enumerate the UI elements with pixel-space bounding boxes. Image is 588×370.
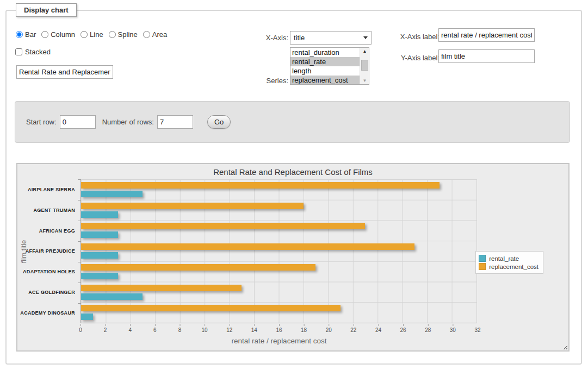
category-axis-labels: AIRPLANE SIERRAAGENT TRUMANAFRICAN EGGAF…: [18, 179, 78, 323]
x-axis-label-input[interactable]: [438, 28, 535, 42]
x-tick-label: 28: [425, 327, 431, 333]
x-tick-label: 8: [178, 327, 182, 333]
bar-replacement_cost: [81, 264, 315, 271]
bar-replacement_cost: [81, 223, 365, 229]
x-tick-label: 14: [251, 327, 257, 333]
bar-replacement_cost: [81, 182, 440, 189]
stacked-checkbox-row[interactable]: Stacked: [15, 48, 51, 56]
chart-type-radio-column[interactable]: [41, 31, 48, 38]
x-tick-label: 16: [276, 327, 282, 333]
series-list-label: Series:: [235, 77, 288, 85]
x-tick-label: 12: [226, 327, 232, 333]
bar-rental_rate: [81, 273, 118, 279]
bar-rental_rate: [81, 211, 118, 218]
chart-row-airplane-sierra: [81, 179, 476, 200]
chart-row-agent-truman: [81, 200, 476, 221]
x-tick-label: 32: [474, 327, 480, 333]
bar-replacement_cost: [81, 243, 414, 250]
x-tick-label: 20: [326, 327, 332, 333]
chart-type-option-line[interactable]: Line: [81, 30, 103, 39]
series-multiselect[interactable]: rental_durationrental_ratelengthreplacem…: [290, 47, 369, 85]
x-axis-tick-labels: 02468101214161820222426283032: [81, 327, 478, 334]
legend-swatch-rental_rate: [479, 255, 486, 262]
x-axis-ticks: [81, 324, 478, 326]
plot-area: [81, 179, 477, 323]
bar-rental_rate: [81, 313, 93, 320]
scroll-down-icon[interactable]: [361, 77, 369, 84]
legend-swatch-replacement_cost: [479, 263, 486, 270]
chart-type-label: Column: [51, 30, 75, 39]
y-axis-label-label: Y-Axis label:: [357, 54, 440, 62]
y-axis-label-input[interactable]: [438, 49, 535, 63]
chart-type-option-column[interactable]: Column: [41, 30, 75, 39]
chart-legend: rental_ratereplacement_cost: [475, 251, 543, 274]
bar-rental_rate: [81, 252, 118, 259]
panel-title: Display chart: [16, 3, 77, 17]
chart-row-adaptation-holes: [81, 261, 476, 282]
chart-type-radio-bar[interactable]: [16, 31, 23, 38]
series-option-rental_rate[interactable]: rental_rate: [290, 57, 360, 66]
num-rows-input[interactable]: [157, 115, 193, 129]
x-axis-title: rental rate / replacement cost: [81, 337, 478, 345]
bar-rental_rate: [81, 191, 143, 197]
chart-type-option-spline[interactable]: Spline: [109, 30, 138, 39]
chart-type-option-area[interactable]: Area: [143, 30, 167, 39]
x-axis-label-label: X-Axis label:: [357, 33, 440, 41]
stacked-label: Stacked: [25, 48, 51, 56]
chart-type-radio-group: BarColumnLineSplineArea: [16, 30, 172, 39]
num-rows-label: Number of rows:: [102, 118, 154, 126]
chart-type-radio-line[interactable]: [81, 31, 88, 38]
chart-type-radio-spline[interactable]: [109, 31, 116, 38]
chart-type-label: Spline: [118, 30, 138, 39]
chart-type-radio-area[interactable]: [143, 31, 150, 38]
chart-row-ace-goldfinger: [81, 282, 476, 303]
chart-row-african-egg: [81, 220, 476, 241]
category-label: AGENT TRUMAN: [18, 200, 78, 221]
x-tick-label: 0: [79, 327, 82, 333]
category-label: AFRICAN EGG: [18, 221, 78, 241]
x-tick-label: 26: [400, 327, 406, 333]
chart-type-label: Line: [90, 30, 103, 39]
legend-label: rental_rate: [489, 255, 519, 262]
x-tick-label: 30: [450, 327, 456, 333]
start-row-input[interactable]: [60, 115, 96, 129]
row-range-panel: Start row: Number of rows: Go: [15, 101, 570, 143]
chart-type-label: Area: [152, 30, 167, 39]
bar-rental_rate: [81, 293, 143, 300]
chart-type-option-bar[interactable]: Bar: [16, 30, 36, 39]
x-axis-select-label: X-Axis:: [235, 34, 288, 42]
x-tick-label: 4: [128, 327, 132, 333]
bar-replacement_cost: [81, 285, 242, 291]
resize-handle-icon[interactable]: [562, 344, 567, 349]
category-label: ACADEMY DINOSAUR: [18, 303, 78, 323]
chart-panel: Rental Rate and Replacement Cost of Film…: [16, 163, 570, 352]
start-row-label: Start row:: [26, 118, 57, 126]
series-option-replacement_cost[interactable]: replacement_cost: [290, 76, 360, 85]
category-label: ADAPTATION HOLES: [18, 261, 78, 282]
chart-title-input[interactable]: [16, 65, 113, 79]
x-tick-label: 10: [202, 327, 208, 333]
bar-rental_rate: [81, 231, 118, 238]
chart-title: Rental Rate and Replacement Cost of Film…: [17, 167, 568, 177]
series-option-rental_duration[interactable]: rental_duration: [290, 48, 360, 57]
stacked-checkbox[interactable]: [15, 48, 22, 55]
chart-row-affair-prejudice: [81, 241, 476, 261]
x-axis-selected-value: title: [294, 34, 363, 42]
go-button[interactable]: Go: [207, 115, 231, 129]
x-tick-label: 22: [350, 327, 356, 333]
x-tick-label: 2: [104, 327, 107, 333]
legend-label: replacement_cost: [489, 264, 539, 270]
x-tick-label: 6: [153, 327, 157, 333]
category-label: AFFAIR PREJUDICE: [18, 241, 78, 262]
bar-replacement_cost: [81, 305, 341, 311]
category-label: ACE GOLDFINGER: [18, 282, 78, 303]
display-chart-panel: Display chart BarColumnLineSplineArea St…: [5, 10, 582, 365]
legend-item-rental_rate: rental_rate: [479, 255, 539, 262]
series-option-length[interactable]: length: [290, 66, 360, 76]
bar-replacement_cost: [81, 203, 304, 209]
chart-row-academy-dinosaur: [81, 302, 476, 323]
category-label: AIRPLANE SIERRA: [18, 179, 78, 200]
x-tick-label: 18: [301, 327, 307, 333]
chart-type-label: Bar: [25, 30, 36, 39]
x-tick-label: 24: [375, 327, 381, 333]
